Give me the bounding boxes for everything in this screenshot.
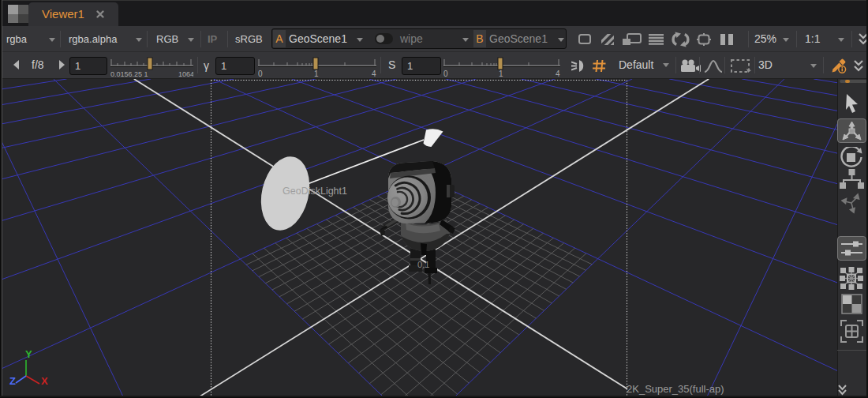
svg-text:0: 0 (258, 69, 263, 78)
svg-text:0.0156.25 1: 0.0156.25 1 (110, 70, 148, 78)
svg-text:4: 4 (372, 69, 376, 78)
svg-text:1064: 1064 (178, 70, 193, 78)
svg-text:4: 4 (556, 69, 560, 78)
svg-text:1: 1 (499, 69, 503, 78)
svg-text:0: 0 (443, 69, 448, 78)
svg-text:1: 1 (314, 69, 319, 78)
svg-text:Y: Y (25, 348, 32, 360)
svg-text:GeoDiskLight1: GeoDiskLight1 (282, 186, 347, 197)
svg-text:2K_Super_35(full-ap): 2K_Super_35(full-ap) (627, 383, 724, 395)
svg-text:0.1: 0.1 (417, 260, 429, 269)
svg-text:X: X (41, 375, 48, 387)
svg-text:Z: Z (9, 375, 16, 387)
